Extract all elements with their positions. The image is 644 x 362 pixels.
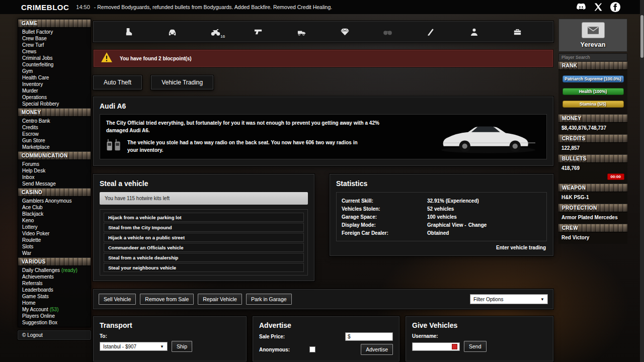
sidebar-item-crew-base[interactable]: Crew Base — [18, 35, 91, 42]
bullets-value: 418,769 — [561, 165, 624, 171]
blocpoint-alert[interactable]: You have found 2 blocpoint(s) — [93, 49, 553, 67]
truck-icon[interactable] — [293, 24, 311, 39]
sidebar-item-keno[interactable]: Keno — [18, 217, 91, 224]
sidebar-item-war[interactable]: War — [18, 250, 91, 256]
sale-price-input[interactable]: $ — [345, 332, 393, 341]
section-header-game: GAME — [18, 19, 91, 28]
tab-bar: Auto Theft Vehicle Trading — [93, 75, 553, 89]
sidebar-item-suggestion-box[interactable]: Suggestion Box — [18, 319, 91, 326]
sidebar-item-special-robbery[interactable]: Special Robbery — [18, 101, 91, 107]
steal-option-dealership[interactable]: Steal from a vehicle dealership — [104, 253, 304, 262]
rank-bar[interactable]: Patriarch Supreme (100.0%) — [562, 75, 624, 82]
remove-from-sale-button[interactable]: Remove from Sale — [140, 294, 194, 305]
sidebar-item-players-online[interactable]: Players Online — [18, 313, 91, 319]
sidebar-item-referrals[interactable]: Referrals — [18, 280, 91, 287]
chevron-down-icon: ▼ — [160, 344, 164, 349]
bullets-timer-badge: 00:00 — [607, 173, 624, 180]
steal-option-neighbours[interactable]: Steal your neighbours vehicle — [104, 263, 304, 272]
crew-header: CREW — [558, 224, 627, 232]
travel-icon[interactable] — [120, 24, 138, 39]
briefcase-icon[interactable] — [508, 24, 526, 39]
sidebar-item-crews[interactable]: Crews — [18, 48, 91, 55]
sidebar-item-forums[interactable]: Forums — [18, 161, 91, 167]
sidebar-item-gamblers-anonymous[interactable]: Gamblers Anonymous — [18, 198, 91, 204]
sidebar-item-video-poker[interactable]: Video Poker — [18, 230, 91, 237]
send-button[interactable]: Send — [464, 341, 487, 352]
diamond-icon[interactable] — [336, 24, 354, 39]
car-icon[interactable] — [164, 24, 182, 39]
sell-vehicle-button[interactable]: Sell Vehicle — [99, 294, 136, 305]
username-input[interactable] — [412, 342, 460, 351]
page-scrollbar[interactable] — [640, 0, 644, 362]
sidebar-item-daily-challenges[interactable]: Daily Challenges(ready) — [18, 267, 91, 274]
sidebar-item-centro-bank[interactable]: Centro Bank — [18, 118, 91, 124]
sidebar-item-lottery[interactable]: Lottery — [18, 224, 91, 230]
steal-option-officials-vehicle[interactable]: Commandeer an Officials vehicle — [104, 243, 304, 252]
sidebar-item-my-account[interactable]: My Account(53) — [18, 306, 91, 313]
sidebar-item-marketplace[interactable]: Marketplace — [18, 144, 91, 150]
sidebar-item-counterfeiting[interactable]: Counterfeiting — [18, 61, 91, 68]
sidebar-item-game-stats[interactable]: Game Stats — [18, 293, 91, 300]
sidebar-item-escrow[interactable]: Escrow — [18, 131, 91, 137]
weapon-header: WEAPON — [558, 184, 627, 192]
sidebar-item-criminal-jobs[interactable]: Criminal Jobs — [18, 55, 91, 61]
sidebar-item-inventory[interactable]: Inventory — [18, 81, 91, 87]
current-location: Yerevan — [559, 41, 627, 48]
sidebar-item-leaderboards[interactable]: Leaderboards — [18, 287, 91, 293]
transport-to-label: To: — [100, 333, 240, 339]
player-search-input[interactable] — [558, 53, 627, 61]
advertise-button[interactable]: Advertise — [361, 344, 393, 355]
sidebar-item-bullet-factory[interactable]: Bullet Factory — [18, 29, 91, 35]
steal-option-city-impound[interactable]: Steal from the City Impound — [104, 223, 304, 232]
money-header: MONEY — [558, 114, 627, 123]
sidebar-item-gun-store[interactable]: Gun Store — [18, 137, 91, 144]
discord-icon[interactable] — [576, 2, 587, 13]
anonymous-checkbox[interactable] — [309, 346, 315, 352]
theft-result-panel: Audi A6 The City Official tried everythi… — [93, 97, 553, 166]
knife-icon[interactable] — [422, 24, 440, 39]
scrollbar-thumb[interactable] — [640, 15, 643, 58]
destination-select[interactable]: Istanbul - $907▼ — [100, 342, 168, 351]
agent-icon[interactable] — [465, 24, 483, 39]
sidebar-item-credits[interactable]: Credits — [18, 124, 91, 131]
steal-option-public-street[interactable]: Hijack a vehicle on a public street — [104, 233, 304, 242]
give-vehicles-title: Give Vehicles — [412, 321, 547, 329]
sidebar-item-blackjack[interactable]: Blackjack — [18, 211, 91, 217]
health-bar[interactable]: Health (100%) — [562, 88, 624, 95]
park-in-garage-button[interactable]: Park in Garage — [246, 294, 292, 305]
change-display-mode-link[interactable]: Change — [468, 222, 487, 228]
motorcycle-icon[interactable]: 16 — [206, 24, 224, 39]
sidebar-item-achievements[interactable]: Achievements — [18, 274, 91, 280]
logout-button[interactable]: © Logout — [18, 330, 91, 340]
inbox-envelope-icon[interactable] — [582, 22, 605, 38]
sidebar-item-operations[interactable]: Operations — [18, 94, 91, 101]
rank-header: RANK — [558, 61, 627, 70]
sidebar-item-slots[interactable]: Slots — [18, 243, 91, 250]
stolen-vehicle-title: Audi A6 — [100, 102, 547, 110]
repair-vehicle-button[interactable]: Repair Vehicle — [198, 294, 242, 305]
sidebar-item-murder[interactable]: Murder — [18, 87, 91, 94]
bullets-header: BULLETS — [558, 154, 627, 163]
sidebar-item-help-desk[interactable]: Help Desk — [18, 167, 91, 174]
sidebar-item-roulette[interactable]: Roulette — [18, 237, 91, 243]
ship-button[interactable]: Ship — [172, 341, 192, 352]
pistol-icon[interactable] — [250, 24, 268, 39]
enter-vehicle-trading-link[interactable]: Enter vehicle trading — [496, 245, 546, 250]
stamina-bar[interactable]: Stamina (5/5) — [562, 101, 624, 108]
sidebar-item-crew-turf[interactable]: Crew Turf — [18, 42, 91, 48]
steal-option-parking-lot[interactable]: Hijack from a vehicle parking lot — [104, 213, 304, 222]
sidebar-item-home[interactable]: Home — [18, 300, 91, 306]
sidebar-item-ace-club[interactable]: Ace Club — [18, 204, 91, 211]
sidebar-item-gym[interactable]: Gym — [18, 68, 91, 74]
tab-vehicle-trading[interactable]: Vehicle Trading — [151, 75, 213, 89]
sidebar-item-send-message[interactable]: Send Message — [18, 180, 91, 187]
sale-price-label: Sale Price: — [259, 334, 298, 339]
tab-auto-theft[interactable]: Auto Theft — [93, 75, 142, 89]
vehicle-actions-bar: Sell Vehicle Remove from Sale Repair Veh… — [93, 289, 553, 309]
filter-options-select[interactable]: Filter Options▼ — [470, 294, 548, 304]
sidebar-item-health-care[interactable]: Health Care — [18, 74, 91, 81]
x-twitter-icon[interactable] — [594, 3, 603, 12]
sidebar-item-inbox[interactable]: Inbox — [18, 174, 91, 180]
protection-header: PROTECTION — [558, 204, 627, 212]
facebook-icon[interactable] — [610, 2, 621, 13]
